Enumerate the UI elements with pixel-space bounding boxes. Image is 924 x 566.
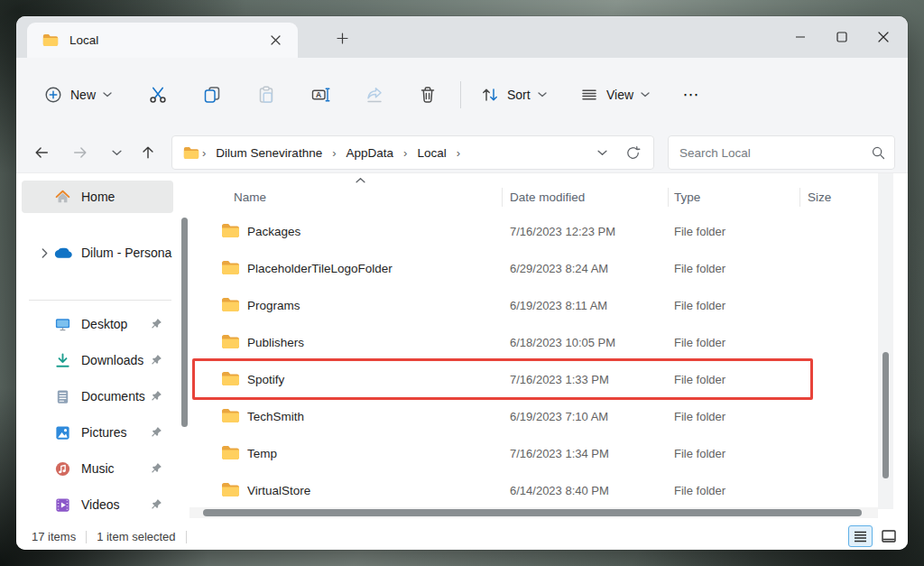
column-separator[interactable]: [799, 188, 800, 207]
minimize-icon: [795, 32, 806, 42]
tab-title: Local: [69, 33, 263, 47]
window-controls: [780, 16, 904, 58]
sidebar-item-downloads[interactable]: Downloads: [22, 344, 173, 376]
vertical-scrollbar-thumb[interactable]: [882, 352, 889, 478]
vertical-scrollbar[interactable]: [878, 173, 893, 509]
status-bar: 17 items 1 item selected: [16, 524, 908, 550]
recent-locations-button[interactable]: [101, 137, 132, 168]
breadcrumb: › Dilum Senevirathne › AppData › Local ›: [199, 143, 588, 163]
file-type: File folder: [674, 373, 725, 386]
music-icon: [54, 459, 72, 478]
pin-icon: [150, 354, 162, 367]
maximize-icon: [836, 32, 847, 42]
titlebar[interactable]: Local: [16, 16, 908, 58]
sidebar-item-onedrive[interactable]: Dilum - Persona: [22, 237, 173, 269]
copy-icon: [202, 85, 222, 105]
explorer-tab-local[interactable]: Local: [27, 23, 298, 58]
folder-icon: [221, 297, 240, 312]
column-header-type[interactable]: Type: [674, 185, 700, 209]
new-button-label: New: [70, 88, 96, 102]
plus-circle-icon: [43, 85, 63, 105]
paste-icon: [256, 85, 276, 105]
copy-button[interactable]: [194, 77, 230, 113]
breadcrumb-appdata[interactable]: AppData: [341, 143, 400, 163]
navigation-bar: › Dilum Senevirathne › AppData › Local ›: [16, 132, 908, 173]
address-bar[interactable]: › Dilum Senevirathne › AppData › Local ›: [171, 135, 654, 170]
search-box[interactable]: [668, 135, 895, 170]
file-row-temp[interactable]: Temp 7/16/2023 1:34 PM File folder: [189, 436, 878, 473]
file-row-virtualstore[interactable]: VirtualStore 6/14/2023 8:40 PM File fold…: [189, 473, 878, 510]
status-divider: [186, 531, 187, 543]
new-button[interactable]: New: [34, 79, 121, 111]
close-icon: [271, 35, 281, 45]
rename-button[interactable]: A: [302, 77, 338, 113]
file-name: Packages: [247, 225, 300, 238]
file-explorer-window: Local: [16, 16, 908, 550]
breadcrumb-local[interactable]: Local: [411, 143, 451, 163]
sidebar-item-label: Dilum - Persona: [81, 246, 173, 260]
file-type: File folder: [674, 484, 725, 497]
column-header-name[interactable]: Name: [234, 185, 266, 209]
close-window-button[interactable]: [863, 21, 904, 53]
file-date: 7/16/2023 1:33 PM: [510, 373, 609, 386]
share-button[interactable]: [356, 77, 393, 113]
sidebar-item-music[interactable]: Music: [22, 452, 173, 485]
address-dropdown-button[interactable]: [588, 139, 615, 166]
file-name: VirtualStore: [247, 484, 310, 497]
minimize-button[interactable]: [780, 21, 821, 53]
file-row-spotify[interactable]: Spotify 7/16/2023 1:33 PM File folder: [189, 362, 878, 399]
maximize-button[interactable]: [821, 21, 863, 53]
sidebar-scrollbar-thumb[interactable]: [181, 218, 188, 427]
pictures-icon: [54, 423, 72, 441]
folder-icon: [221, 445, 240, 460]
file-type: File folder: [674, 225, 725, 238]
file-date: 6/18/2023 10:05 PM: [510, 336, 615, 349]
paste-button[interactable]: [248, 77, 284, 113]
sidebar-item-label: Home: [81, 190, 173, 204]
sidebar-item-pictures[interactable]: Pictures: [22, 416, 173, 449]
more-options-button[interactable]: ⋯: [673, 77, 709, 113]
search-input[interactable]: [672, 146, 871, 160]
sidebar-item-desktop[interactable]: Desktop: [22, 308, 173, 340]
chevron-down-icon: [597, 150, 607, 156]
file-type: File folder: [674, 410, 725, 423]
sort-button[interactable]: Sort: [472, 79, 555, 111]
back-button[interactable]: [26, 137, 57, 168]
cut-button[interactable]: [140, 77, 176, 113]
delete-button[interactable]: [410, 77, 446, 113]
file-row-placeholdertilelogofolder[interactable]: PlaceholderTileLogoFolder 6/29/2023 8:24…: [189, 251, 878, 288]
details-view-button[interactable]: [848, 525, 873, 547]
toolbar-separator: [460, 81, 461, 108]
pin-icon: [150, 498, 162, 511]
sidebar-item-home[interactable]: Home: [22, 181, 173, 213]
horizontal-scrollbar-thumb[interactable]: [203, 509, 862, 516]
status-divider: [86, 531, 87, 543]
command-bar: New: [16, 58, 908, 132]
new-tab-button[interactable]: [327, 24, 357, 51]
column-separator[interactable]: [668, 188, 669, 207]
file-name: Spotify: [247, 373, 284, 386]
refresh-button[interactable]: [619, 139, 646, 166]
sidebar-item-documents[interactable]: Documents: [22, 380, 173, 413]
file-row-programs[interactable]: Programs 6/19/2023 8:11 AM File folder: [189, 288, 878, 325]
expand-chevron-icon[interactable]: [34, 248, 54, 258]
chevron-down-icon: [641, 92, 650, 97]
column-separator[interactable]: [502, 188, 503, 207]
column-header-size[interactable]: Size: [808, 185, 831, 209]
file-list: Name Date modified Type Size Packages 7/…: [189, 173, 878, 524]
view-button-label: View: [606, 88, 633, 102]
file-row-techsmith[interactable]: TechSmith 6/19/2023 7:10 AM File folder: [189, 399, 878, 436]
up-button[interactable]: [133, 137, 163, 168]
tab-close-button[interactable]: [263, 29, 287, 52]
column-header-date[interactable]: Date modified: [510, 185, 585, 209]
forward-button[interactable]: [65, 137, 96, 168]
breadcrumb-user[interactable]: Dilum Senevirathne: [210, 143, 328, 163]
large-icons-view-button[interactable]: [876, 525, 901, 547]
file-row-packages[interactable]: Packages 7/16/2023 12:23 PM File folder: [189, 214, 878, 251]
file-row-publishers[interactable]: Publishers 6/18/2023 10:05 PM File folde…: [189, 325, 878, 362]
folder-icon: [221, 408, 240, 423]
horizontal-scrollbar[interactable]: [189, 507, 878, 518]
sidebar-item-videos[interactable]: Videos: [22, 488, 173, 521]
view-button[interactable]: View: [571, 79, 658, 111]
search-icon: [871, 145, 885, 160]
